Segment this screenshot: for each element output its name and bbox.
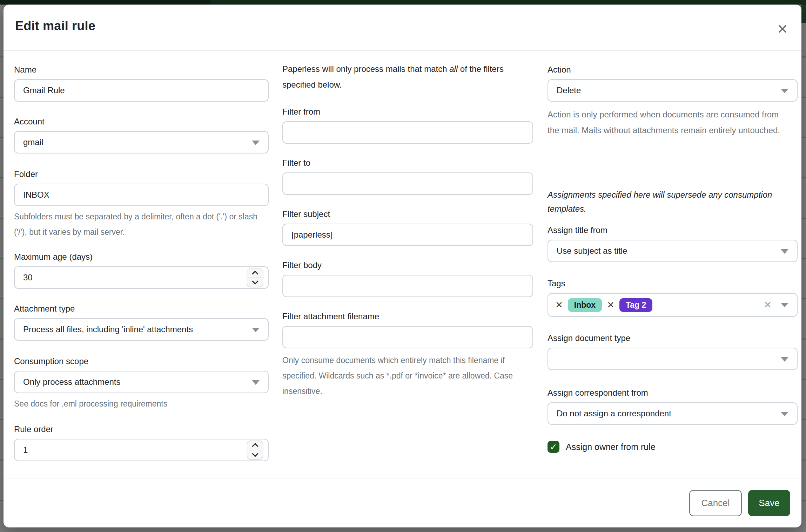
account-select[interactable]: gmail bbox=[14, 131, 269, 154]
field-rule-order: Rule order 1 bbox=[14, 424, 269, 461]
app-header-strip bbox=[0, 0, 806, 5]
field-folder: Folder Subfolders must be separated by a… bbox=[14, 169, 269, 240]
dialog-header: Edit mail rule ✕ bbox=[4, 5, 801, 51]
filter-body-label: Filter body bbox=[282, 260, 533, 271]
max-age-label: Maximum age (days) bbox=[14, 252, 269, 262]
edit-mail-rule-dialog: Edit mail rule ✕ Name Account gmail Fold… bbox=[4, 5, 801, 527]
assign-title-value: Use subject as title bbox=[557, 246, 627, 256]
tags-select[interactable]: ✕ Inbox ✕ Tag 2 ✕ bbox=[548, 293, 798, 317]
filters-intro-italic: all bbox=[449, 64, 458, 74]
filters-intro: Paperless will only process mails that m… bbox=[282, 61, 533, 93]
chevron-down-icon bbox=[781, 303, 788, 307]
dialog-footer: Cancel Save bbox=[4, 478, 801, 527]
filter-to-input[interactable] bbox=[282, 172, 533, 195]
chevron-down-icon bbox=[781, 249, 788, 254]
filter-subject-label: Filter subject bbox=[282, 209, 533, 219]
close-button[interactable]: ✕ bbox=[773, 20, 792, 38]
stepper-down-icon bbox=[252, 450, 258, 457]
filters-intro-prefix: Paperless will only process mails that m… bbox=[282, 64, 449, 74]
action-select[interactable]: Delete bbox=[548, 79, 798, 102]
tag-pill-tag2: Tag 2 bbox=[619, 298, 652, 312]
filter-from-input[interactable] bbox=[282, 121, 533, 144]
filter-filename-help: Only consume documents which entirely ma… bbox=[282, 353, 533, 399]
stepper-up-icon bbox=[252, 443, 258, 449]
name-input[interactable] bbox=[14, 79, 269, 102]
column-filters: Paperless will only process mails that m… bbox=[282, 51, 533, 478]
chevron-down-icon bbox=[781, 412, 788, 416]
field-assign-doc-type: Assign document type bbox=[548, 333, 798, 370]
consumption-scope-select[interactable]: Only process attachments bbox=[14, 371, 269, 393]
save-button[interactable]: Save bbox=[748, 490, 790, 516]
assign-owner-checkbox[interactable]: ✓ bbox=[548, 441, 559, 453]
app-header-brand-segment bbox=[0, 0, 210, 5]
dialog-body: Name Account gmail Folder Subfolders mus… bbox=[4, 51, 801, 478]
attachment-type-label: Attachment type bbox=[14, 303, 269, 314]
field-filter-body: Filter body bbox=[282, 260, 533, 297]
cancel-button[interactable]: Cancel bbox=[689, 490, 742, 516]
tag-pill-inbox: Inbox bbox=[568, 298, 602, 312]
field-assign-title: Assign title from Use subject as title bbox=[548, 225, 798, 262]
assign-correspondent-value: Do not assign a correspondent bbox=[557, 409, 671, 418]
remove-tag-icon[interactable]: ✕ bbox=[555, 300, 563, 311]
column-actions: Action Delete Action is only performed w… bbox=[548, 51, 798, 478]
field-tags: Tags ✕ Inbox ✕ Tag 2 ✕ bbox=[548, 278, 798, 317]
chevron-down-icon bbox=[781, 357, 788, 362]
action-label: Action bbox=[548, 64, 798, 75]
attachment-type-value: Process all files, including 'inline' at… bbox=[23, 325, 193, 334]
field-filter-from: Filter from bbox=[282, 107, 533, 144]
assignments-note: Assignments specified here will supersed… bbox=[548, 188, 798, 216]
remove-tag-icon[interactable]: ✕ bbox=[607, 300, 614, 311]
number-stepper[interactable] bbox=[247, 268, 263, 287]
number-stepper[interactable] bbox=[247, 441, 263, 459]
field-max-age: Maximum age (days) 30 bbox=[14, 252, 269, 289]
app-header-sliver bbox=[801, 5, 806, 23]
rule-order-input[interactable]: 1 bbox=[14, 439, 269, 461]
consumption-scope-label: Consumption scope bbox=[14, 356, 269, 367]
assign-doc-type-select[interactable] bbox=[548, 348, 798, 370]
dialog-title: Edit mail rule bbox=[15, 19, 95, 33]
consumption-scope-help: See docs for .eml processing requirement… bbox=[14, 396, 269, 411]
consumption-scope-value: Only process attachments bbox=[23, 377, 120, 387]
folder-help: Subfolders must be separated by a delimi… bbox=[14, 209, 260, 240]
column-general: Name Account gmail Folder Subfolders mus… bbox=[14, 51, 269, 478]
assign-title-select[interactable]: Use subject as title bbox=[548, 240, 798, 262]
assign-correspondent-label: Assign correspondent from bbox=[548, 388, 798, 398]
assign-doc-type-label: Assign document type bbox=[548, 333, 798, 343]
checkmark-icon: ✓ bbox=[550, 442, 557, 452]
rule-order-label: Rule order bbox=[14, 424, 269, 435]
tags-label: Tags bbox=[548, 278, 798, 289]
folder-input[interactable] bbox=[14, 184, 269, 206]
chevron-down-icon bbox=[252, 328, 260, 332]
field-action: Action Delete Action is only performed w… bbox=[548, 64, 798, 138]
filter-filename-label: Filter attachment filename bbox=[282, 311, 533, 322]
chevron-down-icon bbox=[781, 89, 788, 93]
filter-subject-input[interactable] bbox=[282, 224, 533, 246]
filter-body-input[interactable] bbox=[282, 275, 533, 297]
account-value: gmail bbox=[23, 137, 43, 147]
chevron-down-icon bbox=[252, 380, 260, 385]
field-consumption-scope: Consumption scope Only process attachmen… bbox=[14, 356, 269, 411]
rule-order-value: 1 bbox=[23, 445, 28, 455]
stepper-down-icon bbox=[252, 278, 258, 284]
field-filter-to: Filter to bbox=[282, 158, 533, 195]
folder-label: Folder bbox=[14, 169, 269, 179]
field-attachment-type: Attachment type Process all files, inclu… bbox=[14, 303, 269, 341]
maximum-age-input[interactable]: 30 bbox=[14, 266, 269, 289]
field-assign-correspondent: Assign correspondent from Do not assign … bbox=[548, 388, 798, 425]
field-name: Name bbox=[14, 64, 269, 102]
stepper-up-icon bbox=[252, 271, 258, 277]
name-label: Name bbox=[14, 64, 269, 75]
assign-title-label: Assign title from bbox=[548, 225, 798, 236]
filter-from-label: Filter from bbox=[282, 107, 533, 117]
assign-correspondent-select[interactable]: Do not assign a correspondent bbox=[548, 402, 798, 425]
filter-filename-input[interactable] bbox=[282, 326, 533, 348]
action-value: Delete bbox=[557, 86, 581, 95]
filter-to-label: Filter to bbox=[282, 158, 533, 168]
assign-owner-label: Assign owner from rule bbox=[566, 442, 656, 452]
attachment-type-select[interactable]: Process all files, including 'inline' at… bbox=[14, 318, 269, 341]
close-icon: ✕ bbox=[777, 21, 788, 37]
chevron-down-icon bbox=[252, 141, 260, 145]
field-filter-filename: Filter attachment filename Only consume … bbox=[282, 311, 533, 399]
clear-tags-icon[interactable]: ✕ bbox=[764, 299, 772, 311]
field-assign-owner: ✓ Assign owner from rule bbox=[548, 441, 798, 453]
